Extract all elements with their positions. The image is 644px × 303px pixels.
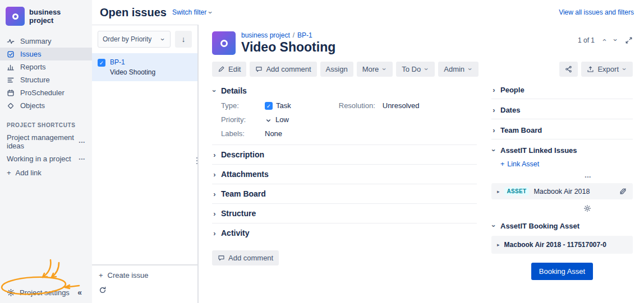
booking-asset-button[interactable]: Booking Asset xyxy=(531,263,593,280)
field-type-label: Type: xyxy=(221,101,265,110)
panel-resize-handle-icon[interactable] xyxy=(196,157,197,164)
expand-toggle-icon[interactable]: ▸ xyxy=(497,189,500,194)
chevron-down-icon: › xyxy=(490,148,498,153)
assign-button[interactable]: Assign xyxy=(320,62,353,77)
issue-key: BP-1 xyxy=(110,58,155,66)
objects-icon xyxy=(7,102,15,110)
shortcut-project-management-ideas[interactable]: Project management ideas ••• xyxy=(0,131,92,152)
task-type-icon: ✓ xyxy=(265,102,273,110)
booking-asset-row[interactable]: ▸ Macbook Air 2018 - 117517007-0 xyxy=(491,236,633,254)
add-comment-button[interactable]: Add comment xyxy=(250,62,316,77)
create-issue-button[interactable]: + Create issue xyxy=(99,271,191,279)
field-type: Type: ✓ Task xyxy=(221,101,339,110)
attachments-section-header[interactable]: › Attachments xyxy=(212,165,477,184)
chevron-down-icon: › xyxy=(466,67,475,72)
dates-heading: Dates xyxy=(500,106,520,114)
team-board-section-header[interactable]: › Team Board xyxy=(212,184,477,203)
task-type-icon: ✓ xyxy=(98,59,105,67)
gear-icon[interactable] xyxy=(583,204,591,212)
sidebar-nav: Summary Issues Reports Structure ProSche… xyxy=(0,35,92,112)
refresh-icon[interactable] xyxy=(99,286,107,294)
team-board-module-heading: Team Board xyxy=(500,126,542,134)
plus-icon: + xyxy=(99,271,103,279)
link-asset-label: Link Asset xyxy=(507,160,539,168)
field-priority: Priority: Low xyxy=(221,115,339,124)
more-actions-icon[interactable]: ••• xyxy=(585,174,591,179)
sort-direction-button[interactable]: ↓ xyxy=(175,31,192,48)
shortcut-working-in-a-project[interactable]: Working in a project ••• xyxy=(0,152,92,165)
description-section-header[interactable]: › Description xyxy=(212,145,477,164)
status-dropdown-button[interactable]: To Do › xyxy=(396,62,435,77)
issue-list-item[interactable]: ✓ BP-1 Video Shooting xyxy=(92,53,197,81)
activity-section-header[interactable]: › Activity xyxy=(212,223,477,243)
expand-icon[interactable] xyxy=(625,36,633,44)
team-board-module-header[interactable]: › Team Board xyxy=(491,122,633,139)
details-section-header[interactable]: › Details xyxy=(212,81,477,100)
chevron-right-icon: › xyxy=(212,190,217,198)
shortcut-label: Project management ideas xyxy=(7,133,79,150)
sidebar-item-objects[interactable]: Objects xyxy=(0,99,92,112)
sidebar-item-reports[interactable]: Reports xyxy=(0,60,92,73)
export-button[interactable]: Export › xyxy=(581,62,633,77)
order-by-select[interactable]: Order by Priority › xyxy=(98,31,171,48)
field-type-value: ✓ Task xyxy=(265,101,291,110)
switch-filter-link[interactable]: Switch filter › xyxy=(172,8,213,17)
add-link-label: Add link xyxy=(16,169,42,177)
chevron-right-icon: › xyxy=(491,86,496,94)
field-labels: Labels: None xyxy=(221,129,339,138)
detail-left-column: › Details Type: ✓ Task xyxy=(212,81,477,282)
breadcrumb-project[interactable]: business project xyxy=(241,31,290,39)
sidebar-item-structure[interactable]: Structure xyxy=(0,73,92,86)
shortcut-label: Working in a project xyxy=(7,155,71,163)
structure-section-header[interactable]: › Structure xyxy=(212,204,477,223)
assetit-linked-issues-header[interactable]: › AssetIT Linked Issues xyxy=(491,142,633,159)
sidebar-item-summary[interactable]: Summary xyxy=(0,35,92,48)
type-value-text: Task xyxy=(276,101,291,110)
linked-asset-row[interactable]: ▸ ASSET Macbook Air 2018 xyxy=(491,183,633,199)
structure-section: › Structure xyxy=(212,203,477,223)
booking-asset-name: Macbook Air 2018 - 117517007-0 xyxy=(504,241,606,249)
field-priority-value: Low xyxy=(265,115,289,124)
chevron-right-icon: › xyxy=(212,170,217,179)
expand-toggle-icon[interactable]: ▸ xyxy=(497,242,500,248)
sidebar-item-issues[interactable]: Issues xyxy=(0,48,92,60)
attachments-heading: Attachments xyxy=(221,170,269,179)
shortcut-more-icon[interactable]: ••• xyxy=(79,156,85,161)
add-comment-footer-button[interactable]: Add comment xyxy=(212,250,279,265)
more-label: More xyxy=(362,65,379,73)
share-button[interactable] xyxy=(559,62,578,77)
sidebar-footer: Project settings « xyxy=(0,282,92,303)
sidebar-collapse-button[interactable]: « xyxy=(74,287,85,297)
link-asset-button[interactable]: + Link Asset xyxy=(491,159,633,170)
issue-item-text: BP-1 Video Shooting xyxy=(110,58,155,76)
chevron-right-icon: › xyxy=(212,151,217,159)
chevron-down-icon: › xyxy=(490,223,498,229)
previous-issue-icon[interactable]: › xyxy=(600,38,608,43)
order-by-value: Order by Priority xyxy=(103,35,151,43)
dates-module-header[interactable]: › Dates xyxy=(491,101,633,119)
people-module-header[interactable]: › People xyxy=(491,81,633,99)
shortcut-more-icon[interactable]: ••• xyxy=(79,139,85,144)
linked-issues-settings-row xyxy=(491,199,633,215)
next-issue-icon[interactable]: › xyxy=(611,38,620,43)
issue-title: Video Shooting xyxy=(241,40,335,55)
team-board-section: › Team Board xyxy=(212,184,477,203)
edit-button[interactable]: Edit xyxy=(212,62,246,77)
issue-list-panel: Order by Priority › ↓ ✓ BP-1 Video Shoot… xyxy=(92,25,199,303)
assetit-booking-module: › AssetIT Booking Asset ▸ Macbook Air 20… xyxy=(491,217,633,280)
project-settings-label[interactable]: Project settings xyxy=(20,288,70,297)
sidebar-item-label: Structure xyxy=(20,76,50,84)
sidebar-item-label: Issues xyxy=(20,50,42,58)
view-all-issues-link[interactable]: View all issues and filters xyxy=(559,8,634,16)
sidebar-item-proscheduler[interactable]: ProScheduler xyxy=(0,86,92,99)
more-menu-button[interactable]: More › xyxy=(357,62,393,77)
status-label: To Do xyxy=(402,65,421,73)
details-heading: Details xyxy=(221,86,247,95)
admin-menu-button[interactable]: Admin › xyxy=(438,62,479,77)
unlink-asset-icon[interactable] xyxy=(619,187,627,195)
main-area: Open issues Switch filter › View all iss… xyxy=(92,0,644,303)
add-link-button[interactable]: + Add link xyxy=(0,165,92,180)
assetit-booking-header[interactable]: › AssetIT Booking Asset xyxy=(491,217,633,235)
breadcrumb-issue-key[interactable]: BP-1 xyxy=(297,31,312,39)
people-module: › People xyxy=(491,81,633,99)
